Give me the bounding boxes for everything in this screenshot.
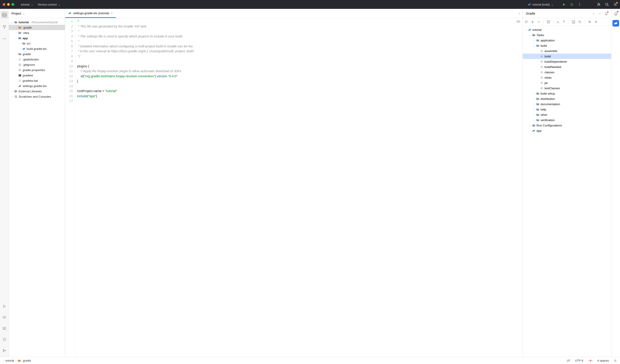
gradle-tree-item[interactable]: ›distribution	[523, 96, 611, 101]
gradle-tree-item[interactable]: ›help	[523, 107, 611, 112]
gradle-tree-item[interactable]: assemble	[523, 48, 611, 54]
panel-options-button[interactable]	[592, 12, 595, 15]
expand-toggle[interactable]: ⌄	[15, 37, 18, 39]
tab-more-button[interactable]	[518, 9, 521, 18]
status-line-sep[interactable]: LF	[567, 359, 570, 362]
analyze-button[interactable]	[578, 20, 581, 23]
expand-toggle[interactable]: ›	[11, 95, 14, 98]
expand-toggle[interactable]: ›	[528, 130, 532, 132]
git-tool-button[interactable]	[1, 347, 8, 354]
expand-toggle[interactable]: ›	[532, 39, 536, 42]
tree-item-gitattributes[interactable]: .gitattributes	[9, 57, 65, 62]
expand-toggle[interactable]: ›	[11, 90, 14, 92]
gradle-tree-item[interactable]: testClasses	[523, 85, 611, 91]
expand-toggle[interactable]: ›	[15, 32, 18, 34]
status-indent[interactable]: 4 spaces	[597, 359, 609, 362]
search-button[interactable]	[605, 2, 609, 6]
debug-button[interactable]	[570, 3, 574, 6]
gradle-tree-item[interactable]: ›other	[523, 112, 611, 117]
expand-toggle[interactable]: ›	[532, 92, 536, 95]
run-tool-button[interactable]	[1, 303, 8, 310]
collapse-all-button[interactable]	[562, 20, 565, 23]
sync-button[interactable]	[525, 20, 528, 23]
gradle-tree-item[interactable]: buildDependents	[523, 59, 611, 64]
terminal-tool-button[interactable]	[1, 325, 8, 332]
gradle-tree-item[interactable]: clean	[523, 75, 611, 80]
gradle-tree-item[interactable]: jar	[523, 80, 611, 85]
more-actions-button[interactable]	[578, 3, 581, 6]
assign-shortcut-button[interactable]	[572, 20, 575, 23]
gradle-tree-item[interactable]: ›build setup	[523, 91, 611, 96]
tree-item-external-libs[interactable]: › External Libraries	[9, 89, 65, 94]
reader-mode-icon[interactable]	[516, 19, 520, 23]
run-config-selector[interactable]: tutorial [build] ⌄	[528, 3, 553, 6]
expand-toggle[interactable]: ›	[532, 103, 536, 106]
maximize-window[interactable]	[12, 3, 14, 6]
gradle-tree-item[interactable]: ›application	[523, 38, 611, 43]
expand-toggle[interactable]: ⌄	[11, 21, 14, 23]
gradle-tree-item[interactable]: ›verification	[523, 117, 611, 123]
expand-toggle[interactable]: ›	[532, 108, 536, 111]
structure-tool-button[interactable]	[1, 23, 8, 30]
settings-button[interactable]	[613, 2, 617, 6]
editor-tab[interactable]: settings.gradle.kts (tutorial) ×	[65, 9, 116, 18]
status-encoding[interactable]: UTF-8	[575, 359, 583, 362]
tree-item-gitignore[interactable]: .gitignore	[9, 62, 65, 67]
more-tools-button[interactable]	[1, 35, 8, 42]
run-button[interactable]	[562, 3, 566, 6]
tree-item-idea-dir[interactable]: › .idea	[9, 30, 65, 35]
tree-item-build-gradle[interactable]: build.gradle.kts	[9, 46, 65, 51]
offline-mode-button[interactable]	[588, 20, 591, 23]
tree-item-gradle-properties[interactable]: gradle.properties	[9, 67, 65, 73]
code-with-me-button[interactable]	[597, 2, 601, 6]
tree-item-src-dir[interactable]: › src	[9, 41, 65, 46]
add-button[interactable]	[531, 20, 534, 23]
expand-toggle[interactable]: ⌄	[525, 29, 528, 31]
gradle-tree-item[interactable]: classes	[523, 70, 611, 75]
code-content[interactable]: /* * This file was generated by the Grad…	[75, 18, 523, 357]
expand-toggle[interactable]: ›	[15, 26, 18, 29]
project-panel-header[interactable]: Project ⌄	[9, 9, 65, 18]
tree-item-gradle-wrapper[interactable]: › gradle	[9, 51, 65, 57]
remove-button[interactable]	[537, 20, 540, 23]
expand-toggle[interactable]: ›	[532, 98, 536, 100]
gradle-tree-item[interactable]: ⌄build	[523, 43, 611, 48]
readonly-lock-icon[interactable]	[614, 359, 617, 362]
project-tool-button[interactable]	[1, 12, 8, 18]
tree-item-gradle-dir[interactable]: › .gradle	[9, 25, 65, 30]
expand-toggle[interactable]: ›	[19, 42, 22, 45]
gradle-tree-item[interactable]: ›Run Configurations	[523, 123, 611, 128]
tree-item-scratches[interactable]: › Scratches and Consoles	[9, 94, 65, 99]
gradle-tree-item[interactable]: ⌄tutorial	[523, 27, 611, 32]
notifications-tool-button[interactable]	[614, 12, 618, 15]
download-sources-button[interactable]	[547, 20, 550, 23]
tree-item-gradlew[interactable]: gradlew	[9, 73, 65, 78]
breadcrumb[interactable]: ▫ tutorial › .gradle	[3, 359, 31, 362]
status-error-indicator[interactable]: ⊣⊢	[588, 359, 592, 362]
close-window[interactable]	[3, 3, 5, 6]
notifications-button[interactable]	[604, 12, 608, 15]
tree-item-app-dir[interactable]: ⌄ app	[9, 35, 65, 41]
gradle-tree-item[interactable]: ›app	[523, 128, 611, 133]
project-menu[interactable]: tutorial ⌄	[21, 3, 33, 6]
gradle-tree-item[interactable]: buildNeeded	[523, 64, 611, 70]
close-tab-button[interactable]: ×	[111, 11, 113, 15]
services-tool-button[interactable]	[1, 314, 8, 321]
problems-tool-button[interactable]	[1, 336, 8, 343]
minimize-panel-button[interactable]	[598, 12, 601, 15]
gradle-tree-item[interactable]: build	[523, 54, 611, 59]
expand-toggle[interactable]: ⌄	[528, 34, 532, 36]
expand-toggle[interactable]: ›	[532, 119, 536, 121]
expand-toggle[interactable]: ›	[532, 114, 536, 116]
minimize-window[interactable]	[7, 3, 10, 6]
expand-toggle[interactable]: ›	[15, 53, 18, 55]
expand-all-button[interactable]	[557, 20, 559, 23]
vcs-menu[interactable]: Version control ⌄	[38, 3, 61, 6]
gradle-tree-item[interactable]: ›documentation	[523, 101, 611, 107]
tree-root[interactable]: ⌄ tutorial ~/Documents/tutorial	[9, 19, 65, 25]
build-settings-button[interactable]	[594, 20, 598, 23]
code-editor[interactable]: 1234567891011121314151617 /* * This file…	[65, 18, 523, 357]
gradle-tree-item[interactable]: ⌄Tasks	[523, 32, 611, 38]
tree-item-gradlew-bat[interactable]: gradlew.bat	[9, 78, 65, 83]
tree-item-settings-gradle[interactable]: settings.gradle.kts	[9, 83, 65, 89]
